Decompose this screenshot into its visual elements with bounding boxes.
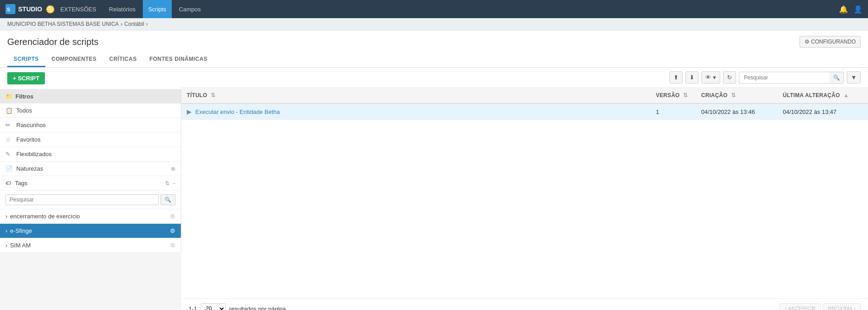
- breadcrumb-module[interactable]: Contábil: [124, 21, 144, 27]
- per-page-select[interactable]: 20 50 100: [201, 303, 226, 310]
- upload-icon: ⬆: [674, 74, 679, 81]
- list-icon: 📋: [5, 107, 13, 114]
- sidebar-item-flexibilizados[interactable]: ✎ Flexibilizados: [0, 147, 181, 162]
- download-button[interactable]: ⬇: [685, 71, 698, 84]
- group-esfinge-label: e-Sfinge: [10, 227, 32, 234]
- folder-icon: 📁: [5, 93, 13, 100]
- content-search-input[interactable]: [739, 72, 829, 84]
- eye-icon: 👁: [705, 74, 711, 81]
- col-version[interactable]: VERSÃO ⇅: [650, 88, 696, 103]
- col-last-modified[interactable]: ÚLTIMA ALTERAÇÃO ▲: [777, 88, 868, 103]
- row-title-cell: ▶ Executar envio - Entidade Betha: [181, 103, 650, 120]
- upload-button[interactable]: ⬆: [669, 71, 683, 84]
- gear-simam-icon[interactable]: ⚙: [170, 242, 175, 249]
- gear-encerramento-icon[interactable]: ⚙: [170, 213, 175, 220]
- sidebar-group-encerramento[interactable]: › encerramento de exercício ⚙: [0, 209, 181, 224]
- refresh-button[interactable]: ↻: [723, 71, 736, 84]
- content-search-button[interactable]: 🔍: [829, 72, 844, 84]
- breadcrumb-module-chevron: ›: [146, 21, 148, 27]
- sidebar-item-tags[interactable]: 🏷 Tags ⇅ −: [0, 176, 181, 191]
- pagination-suffix: resultados por página: [229, 305, 286, 310]
- brand-label: STUDIO: [18, 5, 42, 13]
- sidebar-search-input[interactable]: [5, 194, 159, 205]
- breadcrumb-chevron: ›: [121, 21, 122, 27]
- play-button[interactable]: ▶: [187, 108, 192, 115]
- studio-logo-icon: S: [5, 4, 15, 14]
- sidebar-item-todos[interactable]: 📋 Todos: [0, 103, 181, 118]
- filter-icon: ▼: [851, 74, 857, 81]
- flex-icon: ✎: [5, 151, 13, 157]
- next-page-button[interactable]: PRÓXIMA ›: [823, 303, 861, 310]
- sort-version-icon: ⇅: [683, 92, 688, 98]
- breadcrumb-municipality[interactable]: MUNICIPIO BETHA SISTEMAS BASE UNICA: [7, 21, 119, 27]
- sidebar-todos-label: Todos: [16, 107, 32, 114]
- sidebar: 📁 Filtros 📋 Todos ✏ Rascunhos ☆ Favorito…: [0, 89, 181, 253]
- sort-title-icon: ⇅: [211, 92, 215, 98]
- nav-campos[interactable]: Campos: [174, 0, 206, 18]
- plus-icon[interactable]: ⊕: [171, 166, 175, 172]
- notification-icon[interactable]: 🔔: [839, 5, 848, 14]
- tab-fontes-dinamicas[interactable]: FONTES DINÂMICAS: [143, 52, 214, 67]
- sidebar-search-area: 🔍: [0, 191, 181, 209]
- draft-icon: ✏: [5, 122, 13, 128]
- add-script-button[interactable]: + SCRIPT: [7, 72, 45, 84]
- gear-esfinge-icon[interactable]: ⚙: [170, 227, 175, 234]
- nav-scripts[interactable]: Scripts: [143, 0, 172, 18]
- col-creation[interactable]: CRIAÇÃO ⇅: [696, 88, 777, 103]
- user-icon[interactable]: 👤: [853, 5, 863, 14]
- main-content: + SCRIPT 📁 Filtros 📋 Todos ✏ Rascunhos ☆: [0, 68, 868, 310]
- search-wrapper: 🔍: [739, 72, 844, 84]
- collapse-icon[interactable]: −: [172, 180, 175, 187]
- sidebar-group-simam[interactable]: › SIM AM ⚙: [0, 238, 181, 253]
- sidebar-item-naturezas[interactable]: 📄 Naturezas ⊕: [0, 162, 181, 176]
- top-nav: S STUDIO ♋ EXTENSÕES Relatórios Scripts …: [0, 0, 868, 18]
- sort-modified-icon: ▲: [844, 92, 849, 98]
- sort-icon[interactable]: ⇅: [165, 180, 170, 187]
- download-icon: ⬇: [689, 74, 694, 81]
- col-title[interactable]: TÍTULO ⇅: [181, 88, 650, 103]
- filter-button[interactable]: ▼: [847, 71, 861, 84]
- naturezas-icon: 📄: [5, 165, 13, 172]
- eye-button[interactable]: 👁 ▾: [701, 71, 720, 84]
- col-creation-label: CRIAÇÃO: [701, 92, 727, 98]
- content-area: ⬆ ⬇ 👁 ▾ ↻ 🔍 ▼: [181, 68, 868, 310]
- add-script-toolbar: + SCRIPT: [0, 68, 181, 89]
- tab-criticas[interactable]: CRÍTICAS: [103, 52, 143, 67]
- extensoes-label: EXTENSÕES: [60, 6, 96, 13]
- tab-componentes[interactable]: COMPONENTES: [45, 52, 103, 67]
- scripts-table: TÍTULO ⇅ VERSÃO ⇅ CRIAÇÃO ⇅ ÚLTIMA ALT: [181, 88, 868, 120]
- script-title-link[interactable]: Executar envio - Entidade Betha: [195, 108, 280, 115]
- sidebar-rascunhos-label: Rascunhos: [16, 122, 46, 128]
- sidebar-filters-header: 📁 Filtros: [0, 89, 181, 103]
- row-creation-cell: 04/10/2022 às 13:46: [696, 103, 777, 120]
- svg-text:S: S: [7, 7, 10, 12]
- tag-icon: 🏷: [5, 180, 11, 187]
- tab-scripts[interactable]: SCRIPTS: [7, 52, 45, 67]
- pink-ribbon-icon: ♋: [46, 5, 55, 14]
- col-version-label: VERSÃO: [656, 92, 679, 98]
- tabs-bar: SCRIPTS COMPONENTES CRÍTICAS FONTES DINÂ…: [7, 52, 861, 67]
- naturezas-label: Naturezas: [16, 165, 43, 172]
- sidebar-search-button[interactable]: 🔍: [160, 194, 175, 205]
- sidebar-item-rascunhos[interactable]: ✏ Rascunhos: [0, 118, 181, 133]
- configurando-button[interactable]: ⚙ CONFIGURANDO: [800, 36, 861, 48]
- brand: S STUDIO ♋: [5, 4, 55, 14]
- pagination-left: 1-1 20 50 100 resultados por página: [189, 303, 286, 310]
- sidebar-item-favoritos[interactable]: ☆ Favoritos: [0, 133, 181, 147]
- chevron-encerramento-icon: ›: [5, 213, 7, 220]
- left-panel: + SCRIPT 📁 Filtros 📋 Todos ✏ Rascunhos ☆: [0, 68, 181, 310]
- pagination-row: 1-1 20 50 100 resultados por página ‹ AN…: [181, 298, 868, 310]
- star-icon: ☆: [5, 136, 13, 143]
- nav-relatorios[interactable]: Relatórios: [103, 0, 141, 18]
- row-version-cell: 1: [650, 103, 696, 120]
- prev-page-button[interactable]: ‹ ANTERIOR: [780, 303, 821, 310]
- pagination-range: 1-1: [189, 305, 197, 310]
- content-toolbar: ⬆ ⬇ 👁 ▾ ↻ 🔍 ▼: [181, 68, 868, 88]
- filters-label: Filtros: [15, 93, 34, 100]
- col-last-modified-label: ÚLTIMA ALTERAÇÃO: [783, 92, 840, 98]
- sidebar-group-esfinge[interactable]: › e-Sfinge ⚙: [0, 224, 181, 238]
- nav-icons: 🔔 👤: [839, 5, 863, 14]
- group-encerramento-label: encerramento de exercício: [10, 213, 80, 220]
- refresh-icon: ↻: [727, 74, 732, 81]
- page-title: Gerenciador de scripts: [7, 37, 98, 47]
